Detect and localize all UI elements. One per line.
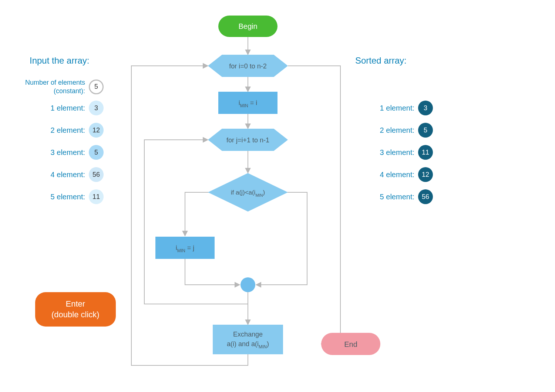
arrow-inner-loopback [144, 140, 248, 304]
arrow-cond-true-to-imin-j [185, 192, 211, 236]
node-begin: Begin [218, 16, 278, 37]
arrow-cond-false-to-merge [256, 192, 307, 285]
node-imin-i: iMIN = i [218, 92, 278, 114]
node-for-j-label: for j=i+1 to n-1 [226, 136, 269, 144]
node-exchange: Exchange a(i) and a(iMIN) [213, 325, 283, 354]
node-merge-connector [240, 277, 255, 292]
arrow-imin-j-to-merge [185, 259, 240, 285]
node-imin-j: iMIN = j [155, 237, 215, 259]
node-condition: if a(j)<a(iMIN) [208, 173, 288, 212]
flowchart-canvas: Begin for i=0 to n-2 iMIN = i for j=i+1 … [0, 0, 555, 392]
node-begin-label: Begin [238, 22, 257, 30]
node-exchange-line1: Exchange [233, 331, 263, 338]
node-end-label: End [344, 340, 357, 348]
node-for-j: for j=i+1 to n-1 [208, 129, 288, 151]
node-end: End [321, 333, 380, 355]
svg-rect-6 [213, 325, 283, 354]
arrow-for-i-done-to-end [288, 66, 340, 344]
node-for-i-label: for i=0 to n-2 [229, 62, 267, 70]
node-for-i: for i=0 to n-2 [208, 55, 288, 77]
